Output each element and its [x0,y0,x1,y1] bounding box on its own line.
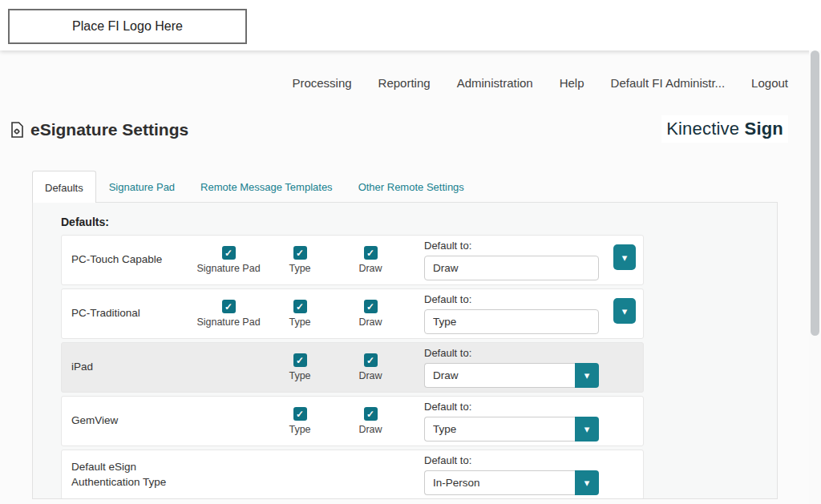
checkbox-label: Type [289,424,310,435]
default-to-label: Default to: [424,454,601,466]
check-icon: ✓ [224,248,233,258]
default-to-dropdown-button[interactable]: ▾ [613,244,636,270]
draw-option: ✓ Draw [334,246,406,274]
check-icon: ✓ [296,409,304,419]
signature-pad-option: ✓ Signature Pad [192,246,265,274]
draw-option: ✓ Draw [334,300,406,328]
default-to-dropdown-button[interactable]: ▾ [575,363,599,388]
default-to-select: ▾ [424,363,599,388]
row-ipad: iPad ✓ Type ✓ Draw Default to: ▾ [61,342,644,393]
check-icon: ✓ [296,248,304,258]
row-pc-touch-capable: PC-Touch Capable ✓ Signature Pad ✓ Type … [61,235,644,285]
default-to-group: Default to: ▾ [424,347,601,388]
checkbox-label: Draw [358,370,382,381]
chevron-down-icon: ▾ [584,370,590,381]
nav-administration[interactable]: Administration [457,76,533,90]
fi-logo-text: Place FI Logo Here [72,19,183,34]
default-to-select: ▾ [424,417,599,442]
row-default-esign-authentication-type: Default eSign Authentication Type Defaul… [61,450,644,499]
checkbox-draw[interactable]: ✓ [364,353,378,367]
default-to-group: Default to: ▾ [424,401,601,442]
default-to-group: Default to: [424,240,601,280]
tab-defaults[interactable]: Defaults [32,171,96,203]
defaults-rows: PC-Touch Capable ✓ Signature Pad ✓ Type … [61,235,644,499]
tab-other-remote-settings[interactable]: Other Remote Settings [346,171,477,204]
row-label: PC-Traditional [71,306,192,321]
brand-name: Kinective [666,119,739,139]
chevron-down-icon: ▾ [622,306,628,317]
nav-logout[interactable]: Logout [751,76,788,90]
scrollbar-thumb[interactable] [811,50,819,336]
default-to-input[interactable] [424,363,575,388]
check-icon: ✓ [296,356,304,365]
checkbox-label: Draw [358,424,382,435]
default-to-dropdown-button[interactable]: ▾ [575,417,599,442]
scrollbar[interactable] [809,50,821,504]
chevron-down-icon: ▾ [584,478,590,488]
chevron-down-icon: ▾ [584,424,590,434]
default-to-dropdown-button[interactable]: ▾ [575,470,599,495]
row-label: iPad [71,360,192,374]
draw-option: ✓ Draw [334,353,406,381]
default-to-label: Default to: [424,293,601,305]
brand-logo: Kinective Sign [661,115,788,143]
checkbox-label: Draw [358,317,382,328]
tab-bar: Defaults Signature Pad Remote Message Te… [32,171,477,204]
default-to-label: Default to: [424,240,601,252]
checkbox-label: Type [289,263,310,274]
page-title-row: eSignature Settings [10,120,188,139]
checkbox-label: Type [289,370,310,381]
nav-reporting[interactable]: Reporting [378,76,431,90]
checkbox-type[interactable]: ✓ [293,407,307,421]
check-icon: ✓ [366,356,374,365]
default-to-dropdown-button[interactable]: ▾ [613,298,636,324]
default-to-group: Default to: [424,293,601,334]
check-icon: ✓ [224,302,233,312]
chevron-down-icon: ▾ [622,252,628,263]
nav-help[interactable]: Help [560,76,584,90]
esignature-settings-icon [10,122,24,138]
nav-default-fi-administrator[interactable]: Default FI Administr... [611,76,726,90]
check-icon: ✓ [366,248,374,258]
default-to-group: Default to: ▾ [424,454,601,495]
signature-pad-option: ✓ Signature Pad [192,300,265,328]
default-to-input[interactable] [424,309,599,334]
default-to-input[interactable] [424,256,599,280]
default-to-label: Default to: [424,347,601,359]
row-label: Default eSign Authentication Type [71,460,192,489]
row-label: PC-Touch Capable [71,252,192,267]
check-icon: ✓ [296,302,304,312]
check-icon: ✓ [366,409,374,419]
default-to-input[interactable] [424,470,575,495]
row-pc-traditional: PC-Traditional ✓ Signature Pad ✓ Type ✓ … [61,288,644,339]
defaults-panel: Defaults: PC-Touch Capable ✓ Signature P… [32,202,778,499]
type-option: ✓ Type [265,246,334,274]
checkbox-type[interactable]: ✓ [293,246,307,260]
default-to-label: Default to: [424,401,601,413]
checkbox-signature-pad[interactable]: ✓ [222,300,236,313]
checkbox-label: Draw [358,263,382,274]
row-label: GemView [71,413,192,428]
panel-heading: Defaults: [61,216,777,228]
checkbox-label: Signature Pad [196,317,260,328]
draw-option: ✓ Draw [334,407,406,435]
top-nav: Processing Reporting Administration Help… [292,76,788,90]
checkbox-signature-pad[interactable]: ✓ [222,246,236,260]
tab-signature-pad[interactable]: Signature Pad [96,171,188,204]
checkbox-type[interactable]: ✓ [293,353,307,367]
check-icon: ✓ [366,302,374,312]
checkbox-type[interactable]: ✓ [293,300,307,313]
type-option: ✓ Type [265,407,334,435]
default-to-select: ▾ [424,470,599,495]
checkbox-draw[interactable]: ✓ [364,246,378,260]
tab-remote-message-templates[interactable]: Remote Message Templates [188,171,346,204]
page-title: eSignature Settings [30,120,188,139]
default-to-input[interactable] [424,417,575,442]
checkbox-label: Signature Pad [196,263,260,274]
top-bar: Place FI Logo Here [0,0,821,50]
checkbox-draw[interactable]: ✓ [364,300,378,313]
type-option: ✓ Type [265,300,334,328]
checkbox-draw[interactable]: ✓ [364,407,378,421]
row-gemview: GemView ✓ Type ✓ Draw Default to: ▾ [61,396,644,446]
nav-processing[interactable]: Processing [292,76,351,90]
